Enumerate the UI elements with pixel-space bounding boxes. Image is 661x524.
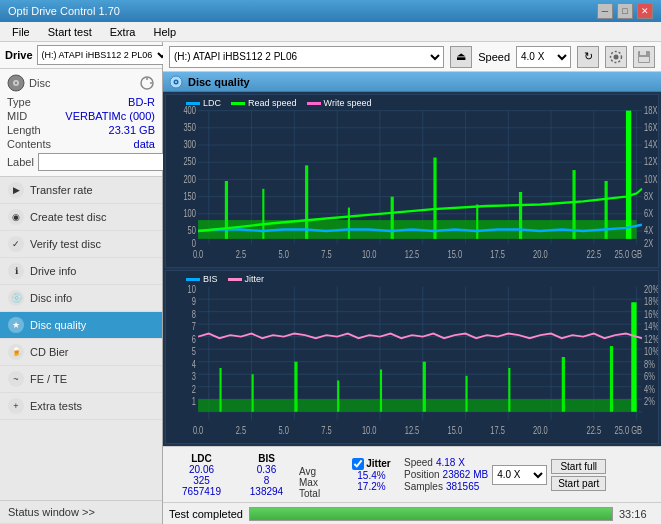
max-label: Max [299, 477, 339, 488]
disc-section-title: Disc [29, 77, 50, 89]
bis-total-val: 138294 [250, 486, 283, 497]
start-buttons: Start full Start part [551, 459, 606, 491]
sidebar-item-disc-info[interactable]: 💿 Disc info [0, 285, 162, 312]
sidebar-item-cd-bier[interactable]: 🍺 CD Bier [0, 339, 162, 366]
chart2-legend: BIS Jitter [186, 274, 264, 284]
svg-text:2: 2 [192, 384, 196, 396]
svg-text:2.5: 2.5 [236, 424, 246, 436]
ldc-total-val: 7657419 [182, 486, 221, 497]
menu-extra[interactable]: Extra [102, 24, 144, 40]
sidebar-item-create-test-disc[interactable]: ◉ Create test disc [0, 204, 162, 231]
svg-text:12X: 12X [644, 156, 658, 168]
svg-text:4%: 4% [644, 384, 655, 396]
minimize-button[interactable]: ─ [597, 3, 613, 19]
refresh-drive-button[interactable]: ↻ [577, 46, 599, 68]
refresh-icon[interactable] [139, 75, 155, 91]
svg-text:17.5: 17.5 [490, 424, 505, 436]
sidebar-item-disc-quality[interactable]: ★ Disc quality [0, 312, 162, 339]
sidebar-label-drive-info: Drive info [30, 265, 76, 277]
bis-legend-color [186, 278, 200, 281]
ldc-legend-label: LDC [203, 98, 221, 108]
svg-text:0.0: 0.0 [193, 248, 203, 260]
svg-text:10.0: 10.0 [362, 424, 377, 436]
maximize-button[interactable]: □ [617, 3, 633, 19]
sidebar-item-extra-tests[interactable]: + Extra tests [0, 393, 162, 420]
svg-rect-113 [198, 399, 637, 412]
close-button[interactable]: ✕ [637, 3, 653, 19]
svg-rect-54 [391, 197, 394, 239]
svg-rect-119 [423, 362, 426, 412]
settings-button[interactable] [605, 46, 627, 68]
sidebar-label-create-test-disc: Create test disc [30, 211, 106, 223]
eject-button-right[interactable]: ⏏ [450, 46, 472, 68]
drive-speed-bar: (H:) ATAPI iHBS112 2 PL06 ⏏ Speed 4.0 X … [163, 42, 661, 72]
speed-select[interactable]: 4.0 X [516, 46, 571, 68]
svg-rect-123 [610, 346, 613, 412]
svg-text:8: 8 [192, 309, 196, 321]
bis-max-val: 8 [264, 475, 270, 486]
svg-rect-116 [294, 362, 297, 412]
quality-panel-icon [169, 75, 183, 89]
start-part-button[interactable]: Start part [551, 476, 606, 491]
svg-rect-53 [348, 208, 350, 239]
svg-text:350: 350 [183, 122, 195, 134]
svg-text:6%: 6% [644, 371, 655, 383]
svg-text:25.0 GB: 25.0 GB [615, 424, 642, 436]
svg-point-2 [15, 82, 17, 84]
jitter-legend-color [228, 278, 242, 281]
position-row: Position 23862 MB [404, 469, 488, 480]
svg-text:7.5: 7.5 [321, 248, 331, 260]
svg-text:20.0: 20.0 [533, 424, 548, 436]
sidebar-label-extra-tests: Extra tests [30, 400, 82, 412]
sidebar-item-verify-test-disc[interactable]: ✓ Verify test disc [0, 231, 162, 258]
save-button[interactable] [633, 46, 655, 68]
speed-select-stats[interactable]: 4.0 X [492, 465, 547, 485]
label-input[interactable] [38, 153, 173, 171]
svg-text:2%: 2% [644, 396, 655, 408]
svg-text:6: 6 [192, 334, 196, 346]
svg-text:16X: 16X [644, 122, 658, 134]
svg-text:1: 1 [192, 396, 196, 408]
menu-help[interactable]: Help [145, 24, 184, 40]
status-window-button[interactable]: Status window >> [0, 501, 162, 524]
speed-label: Speed [478, 51, 510, 63]
bis-legend-item: BIS [186, 274, 218, 284]
drive-select-right[interactable]: (H:) ATAPI iHBS112 2 PL06 [169, 46, 444, 68]
svg-text:2X: 2X [644, 237, 654, 249]
svg-text:4X: 4X [644, 225, 654, 237]
svg-text:300: 300 [183, 139, 195, 151]
svg-text:17.5: 17.5 [490, 248, 505, 260]
svg-rect-122 [562, 357, 565, 412]
sidebar-item-transfer-rate[interactable]: ▶ Transfer rate [0, 177, 162, 204]
right-panel: (H:) ATAPI iHBS112 2 PL06 ⏏ Speed 4.0 X … [163, 42, 661, 524]
write-speed-legend-label: Write speed [324, 98, 372, 108]
svg-text:3: 3 [192, 371, 196, 383]
write-speed-legend-color [307, 102, 321, 105]
jitter-checkbox[interactable] [352, 458, 364, 470]
start-full-button[interactable]: Start full [551, 459, 606, 474]
read-speed-legend-label: Read speed [248, 98, 297, 108]
bis-legend-label: BIS [203, 274, 218, 284]
svg-text:15.0: 15.0 [448, 424, 463, 436]
disc-length-row: Length 23.31 GB [7, 124, 155, 136]
position-label: Position [404, 469, 440, 480]
sidebar-label-disc-quality: Disc quality [30, 319, 86, 331]
extra-tests-icon: + [8, 398, 24, 414]
drive-select[interactable]: (H:) ATAPI iHBS112 2 PL06 [37, 45, 171, 65]
menu-file[interactable]: File [4, 24, 38, 40]
svg-rect-60 [626, 111, 631, 239]
create-disc-icon: ◉ [8, 209, 24, 225]
svg-text:100: 100 [183, 208, 195, 220]
jitter-legend-item: Jitter [228, 274, 265, 284]
sidebar-item-fe-te[interactable]: ~ FE / TE [0, 366, 162, 393]
bis-avg-val: 0.36 [257, 464, 276, 475]
sidebar-item-drive-info[interactable]: ℹ Drive info [0, 258, 162, 285]
svg-text:10X: 10X [644, 173, 658, 185]
jitter-header-row: Jitter [352, 458, 390, 470]
svg-text:8X: 8X [644, 190, 654, 202]
mid-key: MID [7, 110, 27, 122]
menu-start-test[interactable]: Start test [40, 24, 100, 40]
svg-text:5.0: 5.0 [278, 424, 288, 436]
svg-text:250: 250 [183, 156, 195, 168]
svg-text:16%: 16% [644, 309, 658, 321]
